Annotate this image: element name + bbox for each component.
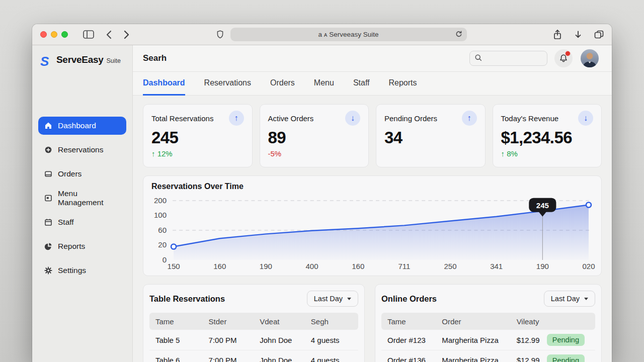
top-tabs: Dashboard Reservations Orders Menu Staff… [133,72,612,96]
search-input[interactable] [469,51,547,66]
cell-item: Margherita Pizza [442,336,516,344]
arrow-up-icon: ↑ [229,111,244,126]
sidebar-item-label: Orders [58,169,82,178]
cell-name: John Doe [260,336,311,344]
stat-card-todays-revenue: Today's Revenue ↓ $1,234.56 ↑ 8% [493,104,602,167]
sidebar-item-orders[interactable]: Orders [38,165,126,183]
close-window-button[interactable] [40,31,47,38]
address-bar[interactable]: a ᴀ Serveeasy Suite [230,28,467,41]
serveeasy-logo-icon: S [39,54,53,70]
orders-filter-dropdown[interactable]: Last Day [544,291,595,307]
svg-text:100: 100 [154,211,167,220]
forward-icon[interactable] [124,30,129,39]
sidebar-item-dashboard[interactable]: Dashboard [38,117,126,135]
order-card-icon [44,170,52,178]
table-header: Tame Stder Vdeat Segh [149,313,358,330]
back-icon[interactable] [106,30,112,39]
reload-icon[interactable] [455,31,462,39]
status-badge: Pending [547,354,585,362]
browser-toolbar: a ᴀ Serveeasy Suite [32,24,612,45]
search-icon [474,54,482,63]
panel-title: Table Reservations [149,294,225,304]
tab-reservations[interactable]: Reservations [204,78,251,96]
home-icon [44,122,52,130]
cell-guests: 4 guests [311,356,352,362]
search-field[interactable] [485,55,542,62]
stat-card-active-orders: Active Orders ↓ 89 -5% [260,104,369,167]
minimize-window-button[interactable] [51,31,57,38]
table-reservations-panel: Table Reservations Last Day Tame Stder V… [143,284,365,362]
page-title: Searh [143,53,167,63]
stat-trend: ↑ 8% [501,149,594,158]
reservations-filter-dropdown[interactable]: Last Day [307,291,358,307]
tab-staff[interactable]: Staff [353,78,370,96]
sidebar-item-reports[interactable]: Reports [38,237,126,255]
sidebar: S ServeEasy Suite Dashboard Reservations [32,45,133,362]
tab-overview-icon[interactable] [594,30,604,39]
browser-window: a ᴀ Serveeasy Suite S ServeEasy Suite [32,24,612,362]
sidebar-item-label: Reports [58,242,85,251]
stat-value: 34 [384,128,477,147]
column-header: Tame [155,317,209,326]
stat-title: Pending Orders [384,114,437,123]
table-row: Table 5 7:00 PM John Doe 4 guests [149,330,358,350]
cell-order-id: Order #136 [387,356,442,362]
privacy-shield-icon[interactable] [216,30,224,40]
svg-text:400: 400 [306,262,318,270]
column-header: Vdeat [260,317,311,326]
sidebar-item-settings[interactable]: Settings [38,261,126,280]
svg-text:250: 250 [444,262,456,270]
sidebar-toggle-icon[interactable] [83,30,94,39]
notifications-button[interactable] [554,49,573,67]
filter-label: Last Day [314,295,343,303]
status-badge: Pending [547,334,585,346]
cell-table: Table 6 [155,356,209,362]
table-row: Order #136 Margherita Pizza $12.99 Pendi… [381,350,595,362]
chart-title: Reservations Over Time [151,182,593,191]
panel-title: Online Orders [381,294,437,304]
svg-text:60: 60 [158,226,167,234]
svg-text:200: 200 [154,196,167,205]
cell-price: $12.99 [517,336,547,344]
svg-text:20: 20 [158,241,167,249]
tab-dashboard[interactable]: Dashboard [143,78,185,96]
stat-trend [384,149,477,158]
cell-order-id: Order #123 [387,336,442,344]
stat-card-pending-orders: Pending Orders ↑ 34 [376,104,486,167]
stat-trend: ↑ 12% [151,149,244,158]
reservations-chart-card: Reservations Over Time 02060100200150160… [143,175,602,276]
user-avatar[interactable] [581,49,599,67]
image-icon [44,194,52,202]
sidebar-item-label: Dashboard [58,121,96,130]
brand-name: ServeEasy [56,54,103,65]
svg-text:0: 0 [163,255,167,264]
tab-orders[interactable]: Orders [270,78,295,96]
app-logo: S ServeEasy Suite [38,52,126,72]
stat-title: Active Orders [268,114,314,123]
column-header: Tame [387,317,442,326]
sidebar-item-staff[interactable]: Staff [38,213,126,231]
svg-text:S: S [40,54,49,69]
stat-title: Total Reservations [151,114,213,123]
app-header: Searh [133,45,612,72]
sidebar-item-reservations[interactable]: Reservations [38,141,126,159]
svg-text:711: 711 [398,262,410,270]
calendar-icon [44,218,52,226]
reservations-chart[interactable]: 0206010020015016019040016071125034119002… [151,192,593,272]
tab-menu[interactable]: Menu [314,78,334,96]
sidebar-item-menu-management[interactable]: Menu Management [38,189,126,207]
gear-icon [44,266,52,275]
tab-reports[interactable]: Reports [389,78,417,96]
stat-trend: -5% [268,149,361,158]
arrow-down-icon: ↓ [345,111,360,126]
svg-text:160: 160 [213,262,226,270]
zoom-window-button[interactable] [61,31,68,38]
brand-suffix: Suite [106,57,121,64]
share-icon[interactable] [553,29,562,40]
column-header: Segh [311,317,352,326]
sidebar-item-label: Menu Management [58,189,120,207]
svg-text:150: 150 [168,262,180,270]
column-header: Order [442,317,516,326]
notification-badge [565,51,571,56]
download-icon[interactable] [574,30,582,39]
